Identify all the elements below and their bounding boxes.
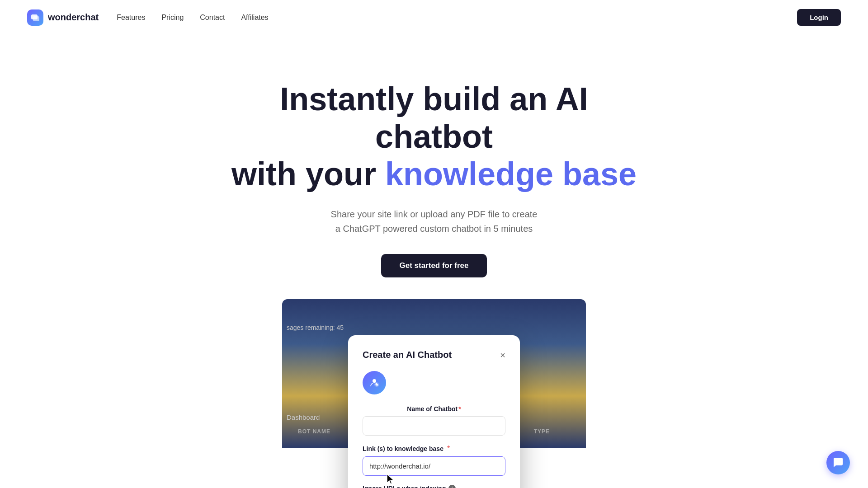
avatar-upload[interactable] xyxy=(363,371,505,394)
knowledge-base-group: Link (s) to knowledge base * xyxy=(363,445,505,476)
preview-container: sages remaining: 45 Dashboard BOT NAME T… xyxy=(282,299,586,448)
required-star: * xyxy=(458,405,461,413)
logo[interactable]: wonderchat xyxy=(27,9,99,26)
type-column: TYPE xyxy=(534,428,550,435)
knowledge-base-input[interactable] xyxy=(363,456,505,476)
knowledge-base-label-row: Link (s) to knowledge base * xyxy=(363,445,505,453)
hero-title-highlight: knowledge base xyxy=(385,156,637,192)
modal-close-button[interactable]: × xyxy=(500,351,505,360)
navbar: wonderchat Features Pricing Contact Affi… xyxy=(0,0,868,35)
nav-affiliates[interactable]: Affiliates xyxy=(241,14,268,22)
ignore-urls-row: Ignore URLs when indexing i xyxy=(363,485,505,488)
logo-icon xyxy=(27,9,43,26)
chatbot-name-label: Name of Chatbot* xyxy=(363,405,505,413)
chat-widget-button[interactable] xyxy=(826,451,850,474)
modal-title: Create an AI Chatbot xyxy=(363,350,452,360)
chatbot-name-group: Name of Chatbot* xyxy=(363,405,505,436)
ignore-urls-label: Ignore URLs when indexing xyxy=(363,485,446,488)
logo-text: wonderchat xyxy=(48,12,99,23)
create-chatbot-modal: Create an AI Chatbot × Name of Chatbot* xyxy=(348,335,520,488)
chatbot-name-input[interactable] xyxy=(363,416,505,436)
svg-rect-1 xyxy=(33,16,39,21)
nav-features[interactable]: Features xyxy=(117,14,145,22)
avatar-circle[interactable] xyxy=(363,371,386,394)
hero-title-line1: Instantly build an AI chatbot xyxy=(280,81,588,155)
bot-name-column: BOT NAME xyxy=(298,428,330,435)
messages-remaining: sages remaining: 45 xyxy=(287,324,344,331)
nav-links: Features Pricing Contact Affiliates xyxy=(117,14,268,22)
link-required-star: * xyxy=(447,445,450,453)
get-started-button[interactable]: Get started for free xyxy=(381,254,486,277)
hero-title: Instantly build an AI chatbot with your … xyxy=(231,80,637,192)
dashboard-label: Dashboard xyxy=(287,413,320,421)
hero-section: Instantly build an AI chatbot with your … xyxy=(0,35,868,475)
hero-title-line2-plain: with your xyxy=(231,156,385,192)
nav-contact[interactable]: Contact xyxy=(200,14,225,22)
nav-left: wonderchat Features Pricing Contact Affi… xyxy=(27,9,269,26)
knowledge-base-label: Link (s) to knowledge base xyxy=(363,445,443,452)
ignore-urls-info-icon[interactable]: i xyxy=(448,485,456,488)
login-button[interactable]: Login xyxy=(797,9,841,26)
hero-subtitle: Share your site link or upload any PDF f… xyxy=(331,207,538,236)
nav-pricing[interactable]: Pricing xyxy=(161,14,184,22)
modal-header: Create an AI Chatbot × xyxy=(363,350,505,360)
svg-point-2 xyxy=(373,379,376,383)
